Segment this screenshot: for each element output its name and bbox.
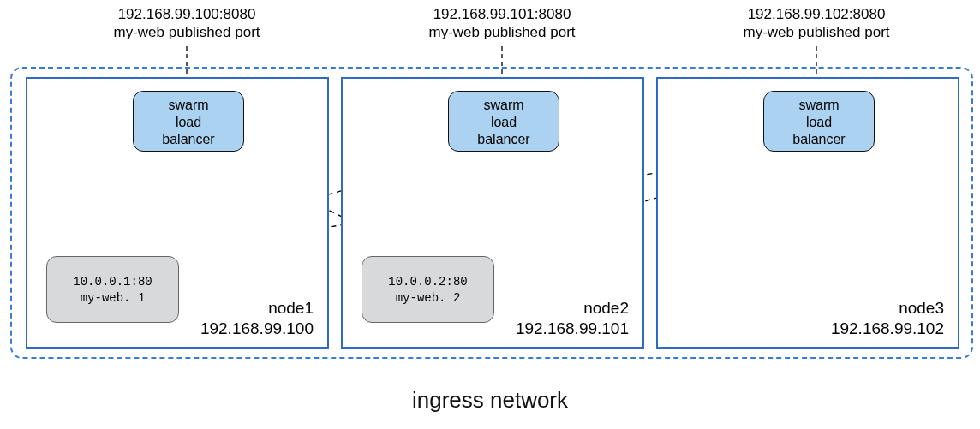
lb-label-line: load xyxy=(449,114,559,131)
task-endpoint: 10.0.0.2:80 xyxy=(362,274,493,290)
task-box-1: 10.0.0.1:80 my-web. 1 xyxy=(46,256,179,323)
load-balancer-3: swarm load balancer xyxy=(763,91,875,152)
diagram-stage: 192.168.99.100:8080 my-web published por… xyxy=(0,0,980,429)
published-port-label-2: 192.168.99.101:8080 my-web published por… xyxy=(391,5,613,42)
published-port-caption: my-web published port xyxy=(391,23,613,41)
node-box-2: swarm load balancer 10.0.0.2:80 my-web. … xyxy=(341,77,644,349)
task-name: my-web. 1 xyxy=(47,290,178,307)
published-port-caption: my-web published port xyxy=(705,23,928,41)
load-balancer-2: swarm load balancer xyxy=(448,91,559,152)
load-balancer-1: swarm load balancer xyxy=(133,91,244,152)
node-name: node2 xyxy=(583,299,629,318)
ingress-network-label: ingress network xyxy=(0,387,980,414)
lb-label-line: load xyxy=(764,114,874,131)
published-port-label-1: 192.168.99.100:8080 my-web published por… xyxy=(75,5,298,42)
node-name: node1 xyxy=(268,299,314,318)
published-port-address: 192.168.99.102:8080 xyxy=(705,5,928,23)
lb-label-line: balancer xyxy=(764,131,874,148)
published-port-address: 192.168.99.100:8080 xyxy=(75,5,298,23)
task-box-2: 10.0.0.2:80 my-web. 2 xyxy=(362,256,494,323)
lb-label-line: balancer xyxy=(449,131,559,148)
lb-label-line: swarm xyxy=(134,97,243,114)
task-name: my-web. 2 xyxy=(362,290,493,307)
node-box-3: swarm load balancer node3 192.168.99.102 xyxy=(656,77,959,349)
published-port-caption: my-web published port xyxy=(75,23,298,41)
node-box-1: swarm load balancer 10.0.0.1:80 my-web. … xyxy=(26,77,329,349)
node-ip: 192.168.99.102 xyxy=(831,319,944,338)
node-ip: 192.168.99.101 xyxy=(516,319,629,338)
lb-label-line: swarm xyxy=(764,97,874,114)
published-port-address: 192.168.99.101:8080 xyxy=(391,5,613,23)
task-endpoint: 10.0.0.1:80 xyxy=(47,274,178,290)
node-name: node3 xyxy=(899,299,944,318)
lb-label-line: load xyxy=(134,114,243,131)
node-ip: 192.168.99.100 xyxy=(200,319,314,338)
lb-label-line: swarm xyxy=(449,97,559,114)
lb-label-line: balancer xyxy=(134,131,243,148)
published-port-label-3: 192.168.99.102:8080 my-web published por… xyxy=(705,5,928,42)
